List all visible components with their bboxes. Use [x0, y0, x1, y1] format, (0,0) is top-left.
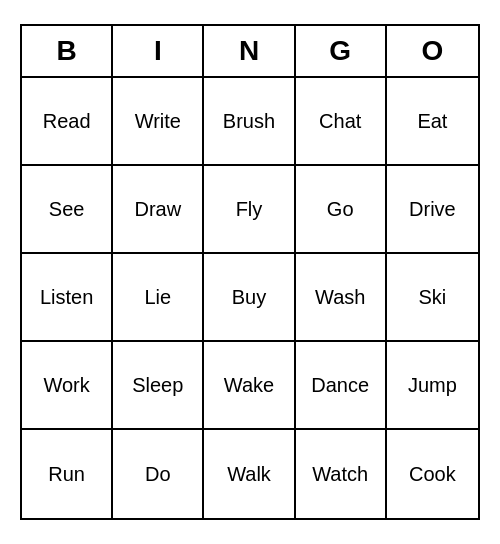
bingo-cell: Chat — [296, 78, 387, 166]
bingo-cell: Do — [113, 430, 204, 518]
bingo-cell: Walk — [204, 430, 295, 518]
bingo-cell: Buy — [204, 254, 295, 342]
bingo-cell: See — [22, 166, 113, 254]
bingo-cell: Wash — [296, 254, 387, 342]
bingo-cell: Eat — [387, 78, 478, 166]
header-letter: G — [296, 26, 387, 76]
header-letter: I — [113, 26, 204, 76]
bingo-cell: Write — [113, 78, 204, 166]
bingo-cell: Jump — [387, 342, 478, 430]
bingo-cell: Lie — [113, 254, 204, 342]
bingo-cell: Watch — [296, 430, 387, 518]
header-letter: N — [204, 26, 295, 76]
bingo-cell: Sleep — [113, 342, 204, 430]
bingo-cell: Run — [22, 430, 113, 518]
bingo-cell: Work — [22, 342, 113, 430]
bingo-cell: Brush — [204, 78, 295, 166]
header-letter: O — [387, 26, 478, 76]
bingo-cell: Dance — [296, 342, 387, 430]
bingo-cell: Cook — [387, 430, 478, 518]
bingo-header: BINGO — [22, 26, 478, 78]
bingo-cell: Drive — [387, 166, 478, 254]
bingo-cell: Go — [296, 166, 387, 254]
bingo-cell: Wake — [204, 342, 295, 430]
bingo-cell: Ski — [387, 254, 478, 342]
bingo-cell: Read — [22, 78, 113, 166]
bingo-cell: Listen — [22, 254, 113, 342]
bingo-grid: ReadWriteBrushChatEatSeeDrawFlyGoDriveLi… — [22, 78, 478, 518]
bingo-cell: Fly — [204, 166, 295, 254]
header-letter: B — [22, 26, 113, 76]
bingo-cell: Draw — [113, 166, 204, 254]
bingo-card: BINGO ReadWriteBrushChatEatSeeDrawFlyGoD… — [20, 24, 480, 520]
